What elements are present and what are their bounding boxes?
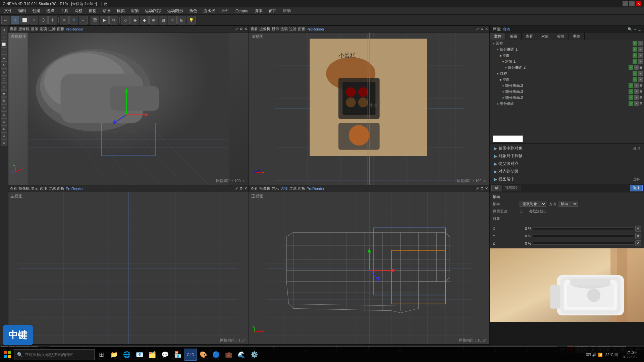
tree-item-subdiv3b[interactable]: ● 细分曲面.3 ✓ ✓ ⊞ — [490, 88, 644, 95]
tree-item-obj1[interactable]: ● 对象.1 ✓ ✓ — [490, 58, 644, 64]
left-btn-12[interactable]: ≋ — [1, 104, 7, 111]
taskbar-teams[interactable]: 💼 — [223, 349, 235, 361]
left-btn-7[interactable]: ⊕ — [1, 69, 7, 76]
left-btn-13[interactable]: ⊞ — [1, 111, 7, 118]
taskbar-app1[interactable]: 📧 — [133, 349, 146, 361]
vp4-menu-camera[interactable]: 摄像机 — [259, 186, 270, 191]
show-desktop-button[interactable] — [640, 347, 643, 362]
tree-item-subdiv2[interactable]: ● 细分曲面.2 ✓ ✓ ⊞ — [490, 64, 644, 70]
left-btn-3[interactable]: ⬜ — [1, 41, 7, 48]
tree-item-subdiv1[interactable]: ● 细分曲面.1 ✓ ✓ — [490, 46, 644, 52]
object-mode[interactable]: ◇ — [121, 16, 130, 24]
search-icon[interactable]: 🔍 — [628, 27, 632, 32]
y-reset-btn[interactable]: ↺ — [635, 233, 641, 239]
menu-mograph[interactable]: 运动图形 — [164, 7, 186, 14]
vp3-menu-prorender[interactable]: ProRender — [66, 187, 84, 191]
vp1-menu-prorender[interactable]: ProRender — [66, 27, 84, 31]
tree-item-white2[interactable]: ■ 空白 ✓ ✓ — [490, 76, 644, 82]
taskbar-search-input[interactable] — [25, 352, 92, 357]
poly-mode[interactable]: ◆ — [140, 16, 149, 24]
menu-scripts[interactable]: 脚本 — [252, 7, 265, 14]
menu-character[interactable]: 角色 — [186, 7, 200, 14]
vp3-menu-filter[interactable]: 过滤 — [48, 186, 56, 191]
y-slider[interactable] — [533, 235, 634, 237]
taskbar-c4d[interactable]: C4D — [184, 349, 197, 361]
taskbar-edge[interactable]: 🌊 — [235, 349, 248, 361]
taskbar-more[interactable]: ⚙️ — [248, 349, 260, 361]
left-btn-4[interactable]: ○ — [1, 48, 7, 55]
viewport-top[interactable]: 查看 摄像机 显示 选项 过滤 面板 ProRender ⤢ ⚙ ✕ — [249, 25, 490, 185]
menu-snap[interactable]: 捕捉 — [86, 7, 99, 14]
minimize-button[interactable]: — — [623, 1, 628, 6]
vp3-menu-panel[interactable]: 面板 — [57, 186, 64, 191]
filter-input[interactable] — [493, 135, 523, 142]
taskbar-store[interactable]: 🏪 — [172, 349, 184, 361]
tree-item-subdivroot[interactable]: ● 细分曲面 ✓ ✓ ⊞ — [490, 101, 644, 107]
follow-normals-cb[interactable]: ☐ — [543, 209, 546, 213]
vp3-menu-display[interactable]: 显示 — [31, 186, 38, 191]
menu-help[interactable]: 帮助 — [280, 7, 293, 14]
left-btn-16[interactable]: ⊙ — [1, 132, 7, 139]
vp3-expand[interactable]: ⤢ — [235, 186, 238, 191]
vp1-menu-view[interactable]: 查看 — [10, 26, 17, 32]
vp2-menu-filter[interactable]: 过滤 — [289, 26, 297, 32]
edge-mode[interactable]: ◈ — [130, 16, 139, 24]
left-btn-1[interactable]: ↺ — [1, 27, 7, 34]
vp2-menu-panel[interactable]: 面板 — [298, 26, 305, 32]
keep-changes-cb[interactable]: ☐ — [520, 209, 523, 213]
taskbar-app3[interactable]: 💬 — [159, 349, 171, 361]
align-obj-to-axis[interactable]: ▶ 对象局中到轴 — [491, 152, 643, 160]
render-all[interactable]: ▶ — [100, 16, 109, 24]
viewport-perspective[interactable]: 查看 摄像机 显示 选项 过滤 面板 ProRender ⤢ ⚙ ✕ — [8, 25, 249, 185]
tab-object[interactable]: 对象 — [537, 33, 553, 40]
z-slider[interactable] — [533, 242, 634, 245]
tab-edit[interactable]: 编辑 — [506, 33, 522, 40]
vp3-settings[interactable]: ⚙ — [239, 186, 243, 191]
enable-btn[interactable]: ≡ — [168, 16, 177, 24]
tree-item-root[interactable]: ● 圆柱 ✓ ✓ — [490, 40, 644, 46]
menu-animation[interactable]: 动画 — [100, 7, 113, 14]
axis-select-dropdown[interactable]: 选取对象 — [520, 201, 546, 207]
vp4-menu-prorender[interactable]: ProRender — [307, 187, 324, 191]
scale-button[interactable]: ↔ — [79, 16, 88, 24]
vp2-menu-view[interactable]: 查看 — [251, 26, 258, 32]
left-btn-15[interactable]: S — [1, 125, 7, 132]
taskbar-search[interactable]: 🔍 — [14, 349, 95, 360]
menu-create[interactable]: 创建 — [30, 7, 43, 14]
left-btn-9[interactable]: ◇ — [1, 83, 7, 90]
menu-mesh[interactable]: 网格 — [72, 7, 85, 14]
taskbar-chrome[interactable]: 🔵 — [210, 349, 222, 361]
x-slider[interactable] — [533, 227, 634, 230]
vp2-menu-prorender[interactable]: ProRender — [307, 27, 324, 31]
task-view-button[interactable]: ⊞ — [95, 349, 107, 361]
view-center-tab-btn[interactable]: 视图居中 — [503, 185, 521, 191]
vp2-menu-camera[interactable]: 摄像机 — [259, 26, 270, 32]
vp3-menu-camera[interactable]: 摄像机 — [18, 186, 30, 191]
select-tab-btn[interactable]: 选择 — [630, 185, 643, 191]
vp2-close[interactable]: ✕ — [485, 27, 488, 31]
menu-simulate[interactable]: 模拟 — [114, 7, 127, 14]
left-btn-5[interactable]: ✲ — [1, 55, 7, 62]
z-reset-btn[interactable]: ↺ — [635, 240, 641, 246]
live-select-button[interactable]: ✛ — [11, 16, 19, 24]
axis-tab-btn[interactable]: 轴 — [491, 185, 502, 191]
more-icon[interactable]: … — [638, 27, 641, 31]
taskbar-chrome-like[interactable]: 🌐 — [121, 349, 133, 361]
vp1-menu-select[interactable]: 选项 — [40, 26, 47, 32]
vp3-menu-view[interactable]: 查看 — [10, 186, 17, 191]
vp2-menu-display[interactable]: 显示 — [272, 26, 279, 32]
align-to-parent[interactable]: ▶ 对齐到父级 — [491, 168, 643, 175]
select-none[interactable]: ✕ — [60, 16, 69, 24]
uv-mode[interactable]: ⊕ — [149, 16, 158, 24]
vp2-settings[interactable]: ⚙ — [480, 27, 484, 31]
vp4-menu-display[interactable]: 显示 — [272, 186, 279, 191]
menu-octane[interactable]: Octane — [233, 8, 251, 14]
menu-pipeline[interactable]: 流水线 — [201, 7, 218, 14]
tree-item-symmetry[interactable]: ● 对称 ✓ ✓ — [490, 70, 644, 76]
left-btn-2[interactable]: ✛ — [1, 34, 7, 41]
tree-item-subdiv2b[interactable]: ● 细分曲面.2 ✓ ✓ ⊞ — [490, 95, 644, 101]
rect-select-button[interactable]: ⬜ — [20, 16, 29, 24]
taskbar-ps[interactable]: 🎨 — [197, 349, 209, 361]
tab-view[interactable]: 查看 — [522, 33, 537, 40]
left-btn-11[interactable]: ▨ — [1, 97, 7, 104]
